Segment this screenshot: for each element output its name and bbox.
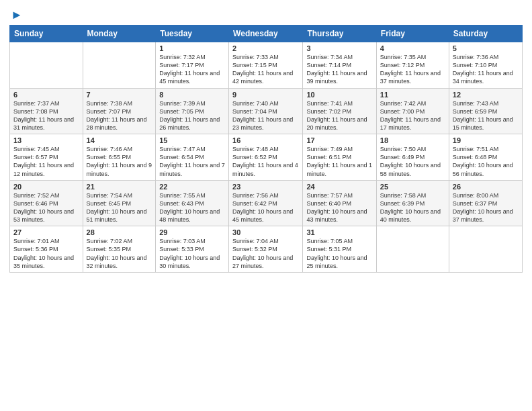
- weekday-header-sunday: Sunday: [10, 26, 83, 42]
- day-number: 28: [87, 228, 152, 236]
- day-number: 17: [306, 136, 372, 144]
- day-number: 20: [13, 183, 79, 191]
- day-number: 6: [13, 91, 79, 99]
- day-number: 19: [453, 136, 519, 144]
- calendar-cell: 1Sunrise: 7:32 AM Sunset: 7:17 PM Daylig…: [156, 42, 229, 89]
- calendar-cell: 31Sunrise: 7:05 AM Sunset: 5:31 PM Dayli…: [303, 226, 376, 273]
- day-detail: Sunrise: 7:54 AM Sunset: 6:45 PM Dayligh…: [87, 191, 152, 224]
- calendar-cell: [10, 42, 83, 89]
- calendar-cell: 30Sunrise: 7:04 AM Sunset: 5:32 PM Dayli…: [229, 226, 303, 273]
- calendar-week-row: 6Sunrise: 7:37 AM Sunset: 7:08 PM Daylig…: [10, 88, 523, 134]
- day-number: 10: [306, 91, 372, 99]
- day-detail: Sunrise: 7:56 AM Sunset: 6:42 PM Dayligh…: [232, 191, 299, 224]
- day-detail: Sunrise: 7:35 AM Sunset: 7:12 PM Dayligh…: [380, 53, 445, 86]
- day-number: 25: [380, 183, 445, 191]
- day-detail: Sunrise: 7:52 AM Sunset: 6:46 PM Dayligh…: [13, 191, 79, 224]
- calendar-cell: 22Sunrise: 7:55 AM Sunset: 6:43 PM Dayli…: [156, 180, 229, 226]
- day-detail: Sunrise: 7:40 AM Sunset: 7:04 PM Dayligh…: [232, 99, 299, 132]
- calendar-cell: 12Sunrise: 7:43 AM Sunset: 6:59 PM Dayli…: [449, 88, 522, 134]
- day-detail: Sunrise: 7:39 AM Sunset: 7:05 PM Dayligh…: [159, 99, 225, 132]
- day-detail: Sunrise: 7:03 AM Sunset: 5:33 PM Dayligh…: [159, 237, 225, 270]
- day-number: 23: [232, 183, 299, 191]
- day-detail: Sunrise: 7:34 AM Sunset: 7:14 PM Dayligh…: [306, 53, 372, 86]
- day-detail: Sunrise: 7:55 AM Sunset: 6:43 PM Dayligh…: [159, 191, 225, 224]
- weekday-header-thursday: Thursday: [303, 26, 376, 42]
- weekday-header-saturday: Saturday: [449, 26, 522, 42]
- day-number: 18: [380, 136, 445, 144]
- day-number: 3: [306, 44, 372, 52]
- calendar-cell: 27Sunrise: 7:01 AM Sunset: 5:36 PM Dayli…: [10, 226, 83, 273]
- day-detail: Sunrise: 7:32 AM Sunset: 7:17 PM Dayligh…: [159, 53, 225, 86]
- weekday-header-row: SundayMondayTuesdayWednesdayThursdayFrid…: [10, 26, 523, 42]
- calendar-cell: 19Sunrise: 7:51 AM Sunset: 6:48 PM Dayli…: [449, 134, 522, 181]
- calendar-week-row: 13Sunrise: 7:45 AM Sunset: 6:57 PM Dayli…: [10, 134, 523, 181]
- day-number: 21: [87, 183, 152, 191]
- logo-bird-icon: ►: [11, 8, 23, 22]
- page-header: ►: [9, 8, 523, 19]
- day-detail: Sunrise: 7:02 AM Sunset: 5:35 PM Dayligh…: [87, 237, 152, 270]
- day-detail: Sunrise: 8:00 AM Sunset: 6:37 PM Dayligh…: [453, 191, 519, 224]
- calendar-table: SundayMondayTuesdayWednesdayThursdayFrid…: [9, 25, 523, 273]
- day-detail: Sunrise: 7:46 AM Sunset: 6:55 PM Dayligh…: [87, 145, 152, 178]
- day-number: 26: [453, 183, 519, 191]
- calendar-cell: 9Sunrise: 7:40 AM Sunset: 7:04 PM Daylig…: [229, 88, 303, 134]
- day-detail: Sunrise: 7:04 AM Sunset: 5:32 PM Dayligh…: [232, 237, 299, 270]
- day-detail: Sunrise: 7:48 AM Sunset: 6:52 PM Dayligh…: [232, 145, 299, 178]
- page-container: ► SundayMondayTuesdayWednesdayThursdayFr…: [0, 0, 532, 411]
- day-number: 14: [87, 136, 152, 144]
- weekday-header-wednesday: Wednesday: [229, 26, 303, 42]
- calendar-cell: 28Sunrise: 7:02 AM Sunset: 5:35 PM Dayli…: [83, 226, 156, 273]
- day-number: 8: [159, 91, 225, 99]
- calendar-cell: 8Sunrise: 7:39 AM Sunset: 7:05 PM Daylig…: [156, 88, 229, 134]
- day-detail: Sunrise: 7:47 AM Sunset: 6:54 PM Dayligh…: [159, 145, 225, 178]
- day-detail: Sunrise: 7:05 AM Sunset: 5:31 PM Dayligh…: [306, 237, 372, 270]
- day-detail: Sunrise: 7:36 AM Sunset: 7:10 PM Dayligh…: [453, 53, 519, 86]
- weekday-header-monday: Monday: [83, 26, 156, 42]
- day-detail: Sunrise: 7:01 AM Sunset: 5:36 PM Dayligh…: [13, 237, 79, 270]
- day-number: 7: [87, 91, 152, 99]
- calendar-cell: 5Sunrise: 7:36 AM Sunset: 7:10 PM Daylig…: [449, 42, 522, 89]
- day-number: 16: [232, 136, 299, 144]
- calendar-week-row: 1Sunrise: 7:32 AM Sunset: 7:17 PM Daylig…: [10, 42, 523, 89]
- day-number: 31: [306, 228, 372, 236]
- day-number: 1: [159, 44, 225, 52]
- day-detail: Sunrise: 7:58 AM Sunset: 6:39 PM Dayligh…: [380, 191, 445, 224]
- day-detail: Sunrise: 7:45 AM Sunset: 6:57 PM Dayligh…: [13, 145, 79, 178]
- calendar-cell: 13Sunrise: 7:45 AM Sunset: 6:57 PM Dayli…: [10, 134, 83, 181]
- calendar-cell: [449, 226, 522, 273]
- day-detail: Sunrise: 7:43 AM Sunset: 6:59 PM Dayligh…: [453, 99, 519, 132]
- day-number: 11: [380, 91, 445, 99]
- day-detail: Sunrise: 7:37 AM Sunset: 7:08 PM Dayligh…: [13, 99, 79, 132]
- day-number: 30: [232, 228, 299, 236]
- calendar-cell: 10Sunrise: 7:41 AM Sunset: 7:02 PM Dayli…: [303, 88, 376, 134]
- day-detail: Sunrise: 7:42 AM Sunset: 7:00 PM Dayligh…: [380, 99, 445, 132]
- calendar-cell: 14Sunrise: 7:46 AM Sunset: 6:55 PM Dayli…: [83, 134, 156, 181]
- calendar-cell: 4Sunrise: 7:35 AM Sunset: 7:12 PM Daylig…: [376, 42, 449, 89]
- day-detail: Sunrise: 7:33 AM Sunset: 7:15 PM Dayligh…: [232, 53, 299, 86]
- day-number: 2: [232, 44, 299, 52]
- logo: ►: [9, 8, 23, 19]
- calendar-cell: 16Sunrise: 7:48 AM Sunset: 6:52 PM Dayli…: [229, 134, 303, 181]
- day-number: 15: [159, 136, 225, 144]
- calendar-cell: 18Sunrise: 7:50 AM Sunset: 6:49 PM Dayli…: [376, 134, 449, 181]
- calendar-week-row: 27Sunrise: 7:01 AM Sunset: 5:36 PM Dayli…: [10, 226, 523, 273]
- day-number: 22: [159, 183, 225, 191]
- calendar-cell: 3Sunrise: 7:34 AM Sunset: 7:14 PM Daylig…: [303, 42, 376, 89]
- calendar-cell: 6Sunrise: 7:37 AM Sunset: 7:08 PM Daylig…: [10, 88, 83, 134]
- weekday-header-tuesday: Tuesday: [156, 26, 229, 42]
- weekday-header-friday: Friday: [376, 26, 449, 42]
- day-number: 13: [13, 136, 79, 144]
- calendar-cell: 25Sunrise: 7:58 AM Sunset: 6:39 PM Dayli…: [376, 180, 449, 226]
- day-number: 5: [453, 44, 519, 52]
- calendar-cell: 17Sunrise: 7:49 AM Sunset: 6:51 PM Dayli…: [303, 134, 376, 181]
- day-number: 12: [453, 91, 519, 99]
- calendar-cell: 11Sunrise: 7:42 AM Sunset: 7:00 PM Dayli…: [376, 88, 449, 134]
- day-number: 9: [232, 91, 299, 99]
- calendar-cell: 24Sunrise: 7:57 AM Sunset: 6:40 PM Dayli…: [303, 180, 376, 226]
- day-detail: Sunrise: 7:38 AM Sunset: 7:07 PM Dayligh…: [87, 99, 152, 132]
- day-detail: Sunrise: 7:57 AM Sunset: 6:40 PM Dayligh…: [306, 191, 372, 224]
- calendar-cell: 21Sunrise: 7:54 AM Sunset: 6:45 PM Dayli…: [83, 180, 156, 226]
- day-detail: Sunrise: 7:50 AM Sunset: 6:49 PM Dayligh…: [380, 145, 445, 178]
- day-number: 27: [13, 228, 79, 236]
- calendar-cell: 29Sunrise: 7:03 AM Sunset: 5:33 PM Dayli…: [156, 226, 229, 273]
